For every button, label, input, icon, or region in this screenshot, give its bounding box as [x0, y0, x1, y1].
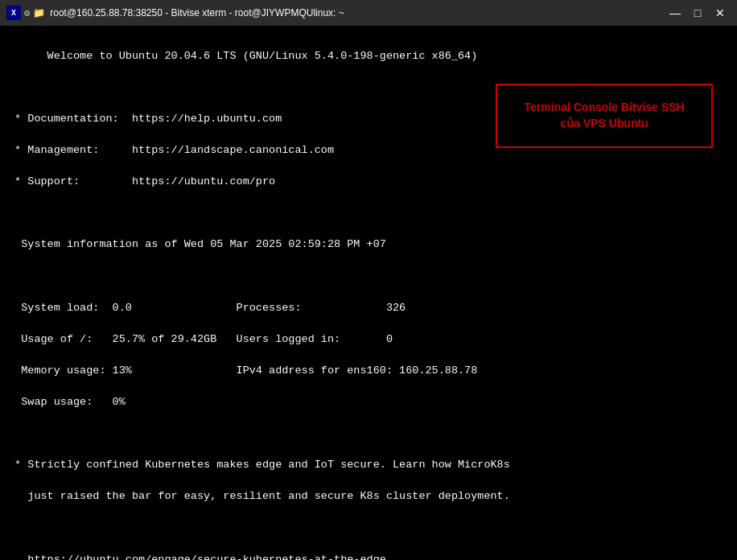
terminal-line-17: https://ubuntu.com/engage/secure-kuberne… [8, 554, 386, 560]
maximize-button[interactable]: □ [687, 5, 708, 21]
overlay-annotation-box: Terminal Console Bitvise SSH của VPS Ubu… [496, 84, 713, 148]
overlay-annotation-text: Terminal Console Bitvise SSH của VPS Ubu… [525, 100, 685, 131]
window-title: root@160.25.88.78:38250 - Bitvise xterm … [50, 7, 344, 19]
xterm-icon: X [6, 6, 21, 20]
titlebar-icons: X ⚙ 📁 [6, 6, 45, 20]
terminal-window: X ⚙ 📁 root@160.25.88.78:38250 - Bitvise … [0, 0, 737, 560]
titlebar-buttons: — □ ✕ [665, 5, 731, 21]
terminal-line-10: Usage of /: 25.7% of 29.42GB Users logge… [8, 333, 393, 345]
terminal-line-14: * Strictly confined Kubernetes makes edg… [8, 459, 510, 471]
terminal-line-9: System load: 0.0 Processes: 326 [8, 302, 406, 314]
close-button[interactable]: ✕ [710, 5, 731, 21]
titlebar-left: X ⚙ 📁 root@160.25.88.78:38250 - Bitvise … [6, 6, 344, 20]
terminal-line-5: * Support: https://ubuntu.com/pro [8, 175, 275, 187]
terminal-line-3: * Documentation: https://help.ubuntu.com [8, 113, 282, 125]
terminal-line-4: * Management: https://landscape.canonica… [8, 144, 334, 156]
terminal-line-11: Memory usage: 13% IPv4 address for ens16… [8, 364, 477, 377]
terminal-line-12: Swap usage: 0% [8, 396, 126, 408]
titlebar: X ⚙ 📁 root@160.25.88.78:38250 - Bitvise … [0, 0, 737, 26]
folder-icon: 📁 [33, 7, 45, 19]
minimize-button[interactable]: — [665, 5, 686, 21]
terminal-body[interactable]: Welcome to Ubuntu 20.04.6 LTS (GNU/Linux… [0, 26, 737, 560]
terminal-line-7: System information as of Wed 05 Mar 2025… [8, 238, 386, 250]
overlay-line-1: Terminal Console Bitvise SSH [525, 101, 685, 113]
overlay-line-2: của VPS Ubuntu [560, 117, 648, 130]
terminal-line-15: just raised the bar for easy, resilient … [8, 490, 510, 502]
gear-icon: ⚙ [24, 7, 30, 19]
terminal-line-1: Welcome to Ubuntu 20.04.6 LTS (GNU/Linux… [47, 50, 478, 62]
